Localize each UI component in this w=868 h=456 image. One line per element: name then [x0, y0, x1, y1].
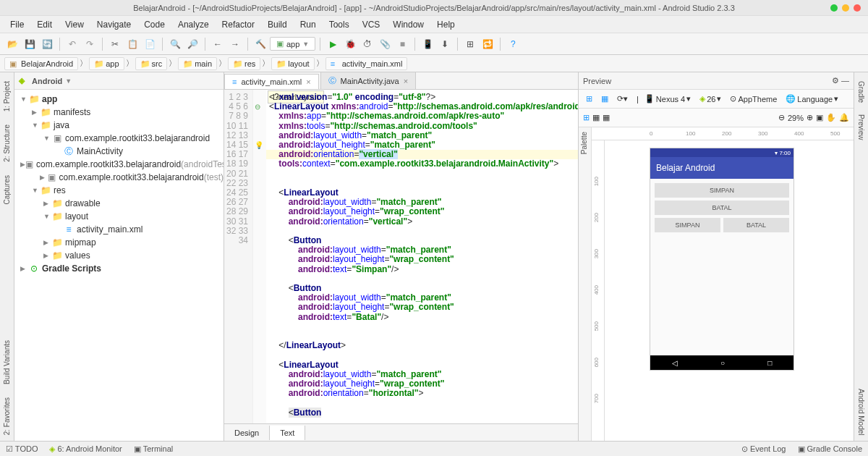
tree-pkg2[interactable]: ▶▣com.example.rootkit33.belajarandroid (…	[14, 158, 224, 171]
menu-window[interactable]: Window	[387, 17, 430, 32]
close-icon[interactable]: ×	[306, 77, 310, 86]
menu-analyze[interactable]: Analyze	[172, 17, 215, 32]
crumb-file[interactable]: ≡activity_main.xml	[326, 57, 408, 70]
redo-icon[interactable]: ↷	[82, 36, 98, 52]
run-icon[interactable]: ▶	[325, 36, 341, 52]
close-button[interactable]	[854, 4, 861, 12]
tree-pkg1[interactable]: ▼▣com.example.rootkit33.belajarandroid	[14, 132, 224, 145]
back-icon[interactable]: ←	[210, 36, 226, 52]
tree-mainactivity[interactable]: ⒸMainActivity	[14, 145, 224, 158]
crumb-main[interactable]: 📁main	[178, 57, 217, 70]
status-android-monitor[interactable]: ◈ 6: Android Monitor	[49, 444, 122, 454]
tree-drawable[interactable]: ▶📁drawable	[14, 197, 224, 210]
menu-vcs[interactable]: VCS	[357, 17, 386, 32]
undo-icon[interactable]: ↶	[64, 36, 80, 52]
editor-tab-mainactivity[interactable]: ⒸMainActivity.java×	[320, 72, 417, 89]
menu-code[interactable]: Code	[138, 17, 171, 32]
view-mode-icon[interactable]: ⊞	[583, 113, 590, 122]
menu-refactor[interactable]: Refactor	[216, 17, 260, 32]
fit-icon[interactable]: ▣	[816, 113, 823, 122]
pan-icon[interactable]: ✋	[826, 113, 836, 122]
language-selector[interactable]: 🌐Language▾	[783, 93, 841, 105]
status-todo[interactable]: ☑ TODO	[6, 444, 38, 454]
replace-icon[interactable]: 🔎	[184, 36, 200, 52]
tree-manifests[interactable]: ▶📁manifests	[14, 106, 224, 119]
attach-icon[interactable]: 📎	[377, 36, 393, 52]
zoom-out-icon[interactable]: ⊖	[778, 113, 785, 122]
hide-icon[interactable]: —	[841, 76, 849, 85]
theme-selector[interactable]: ⊙AppTheme	[727, 93, 780, 105]
copy-icon[interactable]: 📋	[124, 36, 140, 52]
tab-design[interactable]: Design	[224, 426, 270, 440]
tree-mipmap[interactable]: ▶📁mipmap	[14, 236, 224, 249]
run-config-selector[interactable]: ▣app▼	[270, 37, 315, 51]
menu-edit[interactable]: Edit	[31, 17, 58, 32]
menu-build[interactable]: Build	[262, 17, 293, 32]
menu-navigate[interactable]: Navigate	[91, 17, 137, 32]
tab-preview[interactable]: Preview	[856, 109, 867, 146]
device-preview[interactable]: ▾7:00 Belajar Android SIMPAN BATAL SIMPA…	[650, 148, 794, 371]
view-grid-icon[interactable]: ⊞	[583, 93, 595, 105]
editor-tab-activity-main[interactable]: ≡activity_main.xml×	[224, 74, 319, 89]
zoom-in-icon[interactable]: ⊕	[807, 113, 813, 122]
palette-tab[interactable]: Palette	[579, 127, 592, 441]
device-selector[interactable]: 📱Nexus 4▾	[642, 93, 694, 105]
stop-icon[interactable]: ■	[394, 36, 410, 52]
find-icon[interactable]: 🔍	[167, 36, 183, 52]
orientation-icon[interactable]: ⟳▾	[614, 93, 631, 105]
warnings-icon[interactable]: 🔔	[839, 113, 849, 122]
tree-values[interactable]: ▶📁values	[14, 249, 224, 262]
crumb-project[interactable]: ▣BelajarAndroid	[4, 57, 78, 70]
crumb-src[interactable]: 📁src	[135, 57, 168, 70]
tab-project[interactable]: 1: Project	[1, 75, 12, 117]
tree-res[interactable]: ▼📁res	[14, 184, 224, 197]
status-terminal[interactable]: ▣ Terminal	[134, 444, 173, 454]
chevron-down-icon[interactable]: ▼	[65, 77, 72, 85]
sdk-icon[interactable]: ⬇	[437, 36, 453, 52]
structure-icon[interactable]: ⊞	[462, 36, 478, 52]
forward-icon[interactable]: →	[227, 36, 243, 52]
make-icon[interactable]: 🔨	[252, 36, 268, 52]
tab-build-variants[interactable]: Build Variants	[1, 334, 12, 390]
tab-captures[interactable]: Captures	[1, 169, 12, 211]
crumb-layout[interactable]: 📁layout	[271, 57, 314, 70]
menu-file[interactable]: File	[4, 17, 30, 32]
menu-tools[interactable]: Tools	[323, 17, 355, 32]
tree-app[interactable]: ▼📁app	[14, 93, 224, 106]
code-area[interactable]: 1 2 3 4 5 6 7 8 9 10 11 12 13 14 15 16 1…	[224, 90, 578, 423]
sync2-icon[interactable]: 🔁	[480, 36, 495, 52]
maximize-button[interactable]	[842, 4, 849, 12]
tree-layout[interactable]: ▼📁layout	[14, 210, 224, 223]
view-mode-icon2[interactable]: ▦	[592, 113, 600, 122]
tab-structure[interactable]: 2: Structure	[1, 119, 12, 168]
gear-icon[interactable]: ⚙	[832, 76, 839, 85]
tree-java[interactable]: ▼📁java	[14, 119, 224, 132]
paste-icon[interactable]: 📄	[142, 36, 158, 52]
api-selector[interactable]: ◈26▾	[697, 93, 724, 105]
status-event-log[interactable]: ⊙ Event Log	[741, 444, 786, 454]
menu-help[interactable]: Help	[431, 17, 461, 32]
crumb-app[interactable]: 📁app	[89, 57, 124, 70]
tab-gradle[interactable]: Gradle	[856, 75, 867, 109]
view-blueprint-icon[interactable]: ▦	[598, 93, 611, 105]
view-mode-icon3[interactable]: ▦	[603, 113, 610, 122]
profile-icon[interactable]: ⏱	[359, 36, 375, 52]
tree-gradle[interactable]: ▶⊙Gradle Scripts	[14, 262, 224, 275]
tab-android-model[interactable]: Android Model	[856, 383, 867, 441]
status-gradle-console[interactable]: ▣ Gradle Console	[798, 444, 863, 454]
debug-icon[interactable]: 🐞	[342, 36, 358, 52]
menu-run[interactable]: Run	[294, 17, 322, 32]
open-icon[interactable]: 📂	[4, 36, 20, 52]
menu-view[interactable]: View	[59, 17, 90, 32]
save-icon[interactable]: 💾	[22, 36, 38, 52]
tree-activity-main[interactable]: ≡activity_main.xml	[14, 223, 224, 236]
crumb-res[interactable]: 📁res	[228, 57, 260, 70]
tree-pkg3[interactable]: ▶▣com.example.rootkit33.belajarandroid (…	[14, 171, 224, 184]
cut-icon[interactable]: ✂	[107, 36, 123, 52]
avd-icon[interactable]: 📱	[420, 36, 435, 52]
tab-text[interactable]: Text	[270, 426, 305, 440]
close-icon[interactable]: ×	[404, 77, 408, 85]
minimize-button[interactable]	[830, 4, 838, 12]
sync-icon[interactable]: 🔄	[39, 36, 55, 52]
help-icon[interactable]: ?	[505, 36, 521, 52]
